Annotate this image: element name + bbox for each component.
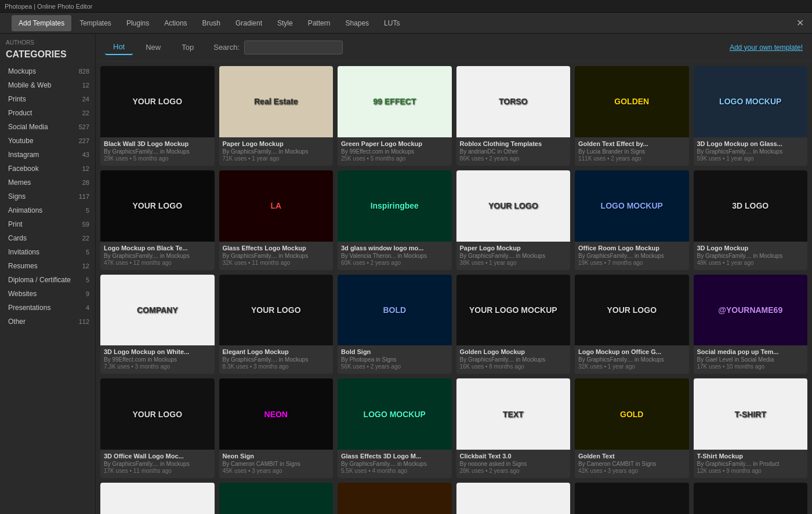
template-stats: 59K uses • 1 year ago <box>697 155 804 162</box>
sidebar-item-mobile---web[interactable]: Mobile & Web12 <box>0 78 95 92</box>
template-card[interactable]: @YOURNAME69 Social media pop up Tem... B… <box>694 275 808 374</box>
sidebar-item-label: Animations <box>8 206 42 214</box>
template-author: By Cameron CAMBIT in Signs <box>223 461 330 467</box>
template-card[interactable]: 3D LOGO 3D Logo Mockup By GraphicsFamily… <box>694 170 808 270</box>
template-card[interactable]: TEXT Clickbait Text 3.0 By nooone asked … <box>456 378 571 478</box>
sidebar-item-label: Signs <box>8 192 26 201</box>
template-card[interactable]: LA Glass Effects Logo Mockup By Graphics… <box>219 170 334 270</box>
search-input[interactable] <box>244 41 343 54</box>
sidebar-item-websites[interactable]: Websites9 <box>0 287 95 301</box>
template-card[interactable]: Real Estate Paper Logo Mockup By Graphic… <box>219 66 334 166</box>
template-stats: 5.5K uses • 4 months ago <box>341 468 448 474</box>
tab-style[interactable]: Style <box>270 15 300 31</box>
template-author: By GraphicsFamily.... in Mockups <box>341 461 448 467</box>
template-title: 3D Logo Mockup <box>697 245 804 251</box>
sidebar-item-mockups[interactable]: Mockups828 <box>0 64 95 78</box>
sidebar-item-count: 5 <box>86 249 89 256</box>
sidebar-item-resumes[interactable]: Resumes12 <box>0 259 95 273</box>
sidebar-item-count: 5 <box>86 276 89 283</box>
sidebar-item-signs[interactable]: Signs117 <box>0 189 95 203</box>
filter-top[interactable]: Top <box>173 40 202 54</box>
sidebar-item-animations[interactable]: Animations5 <box>0 203 95 217</box>
sidebar-item-instagram[interactable]: Instagram43 <box>0 148 95 162</box>
template-card[interactable]: LOGO MOCKUP Glass Effects 3D Logo M... B… <box>338 378 452 478</box>
template-author: By GraphicsFamily.... in Mockups <box>460 253 567 259</box>
tab-luts[interactable]: LUTs <box>377 15 407 31</box>
tab-actions[interactable]: Actions <box>157 15 194 31</box>
sidebar-item-print[interactable]: Print59 <box>0 217 95 231</box>
template-card[interactable]: T-SHIRT T-Shirt Mockup By GraphicsFamily… <box>694 378 808 478</box>
sidebar-item-label: Cards <box>8 234 27 242</box>
add-own-template-link[interactable]: Add your own template! <box>730 43 803 52</box>
template-card[interactable]: GOLD Golden Text By Cameron CAMBIT in Si… <box>575 378 689 478</box>
sidebar-item-product[interactable]: Product22 <box>0 106 95 120</box>
template-card[interactable]: LOGO Logo Mockup By GraphicsFamily.... i… <box>100 483 215 514</box>
template-card[interactable]: GOLDEN Golden Text Effect by... By Lucia… <box>575 66 689 166</box>
template-card[interactable]: Inspiringbee 3d glass window logo mo... … <box>338 170 452 270</box>
template-stats: 16K uses • 8 months ago <box>460 363 567 370</box>
tab-templates[interactable]: Templates <box>72 15 118 31</box>
template-card[interactable]: Reveal Reveal Text Effect By Photopea in… <box>338 483 452 514</box>
tab-add-templates[interactable]: Add Templates <box>12 15 71 31</box>
sidebar-item-cards[interactable]: Cards22 <box>0 231 95 245</box>
template-card[interactable]: YOUR LOGO Elegant Logo Mockup By Graphic… <box>219 275 334 374</box>
template-card[interactable]: LOGO HERE Building Logo Mockup By Graphi… <box>456 483 571 514</box>
template-card[interactable]: BOLD Bold Sign By Photopea in Signs 56K … <box>338 275 452 374</box>
sidebar-item-other[interactable]: Other112 <box>0 315 95 329</box>
template-author: By GraphicsFamily.... in Mockups <box>460 356 567 363</box>
template-card[interactable]: LOGO MOCKUP Office Room Logo Mockup By G… <box>575 170 689 270</box>
sidebar-item-invitations[interactable]: Invitations5 <box>0 245 95 259</box>
template-card[interactable]: LOGO MOCKUP 3D Logo Mockup on Glass... B… <box>694 66 808 166</box>
sidebar-item-social-media[interactable]: Social Media527 <box>0 120 95 134</box>
sidebar-item-prints[interactable]: Prints24 <box>0 92 95 106</box>
template-stats: 12K uses • 9 months ago <box>697 468 804 474</box>
template-card[interactable]: EY EY Logo Mockup By GraphicsFamily.... … <box>694 483 808 514</box>
sidebar-item-presentations[interactable]: Presentations4 <box>0 301 95 315</box>
close-button[interactable]: ✕ <box>793 17 807 28</box>
template-card[interactable]: YOUR LOGO MOCKUP Golden Logo Mockup By G… <box>456 275 571 374</box>
sidebar-item-memes[interactable]: Memes28 <box>0 176 95 189</box>
template-card[interactable]: YOUR LOGO Your Logo Mockup By GraphicsFa… <box>575 483 689 514</box>
template-card[interactable]: YOUR LOGO Black Wall 3D Logo Mockup By G… <box>100 66 215 166</box>
tab-plugins[interactable]: Plugins <box>119 15 156 31</box>
template-card[interactable]: YOUR LOGO Paper Logo Mockup By GraphicsF… <box>456 170 571 270</box>
template-info: 3D Logo Mockup on Glass... By GraphicsFa… <box>694 137 808 166</box>
sidebar-item-count: 227 <box>79 137 89 144</box>
template-card[interactable]: YOUR LOGO Logo Mockup on Office G... By … <box>575 275 689 374</box>
tab-brush[interactable]: Brush <box>195 15 227 31</box>
template-card[interactable]: YOUR LOGO 3D Office Wall Logo Moc... By … <box>100 378 215 478</box>
template-stats: 45K uses • 3 years ago <box>223 468 330 474</box>
template-author: By GraphicsFamily.... in Mockups <box>697 253 804 259</box>
sidebar-item-facebook[interactable]: Facebook12 <box>0 162 95 176</box>
template-title: Office Room Logo Mockup <box>578 245 686 251</box>
template-card[interactable]: YOUR LOGO Logo Mockup on Black Te... By … <box>100 170 215 270</box>
template-title: 3D Logo Mockup on Glass... <box>697 140 804 147</box>
sidebar-item-youtube[interactable]: Youtube227 <box>0 134 95 148</box>
sidebar-item-count: 112 <box>79 318 89 325</box>
template-title: Logo Mockup on Black Te... <box>104 245 211 251</box>
template-stats: 38K uses • 1 year ago <box>460 260 567 266</box>
template-card[interactable]: LOGO Logo Mockup 3D By GraphicsFamily...… <box>219 483 334 514</box>
template-card[interactable]: COMPANY 3D Logo Mockup on White... By 99… <box>100 275 215 374</box>
template-info: Elegant Logo Mockup By GraphicsFamily...… <box>219 345 334 374</box>
sidebar-item-count: 12 <box>82 165 89 172</box>
template-grid: YOUR LOGO Black Wall 3D Logo Mockup By G… <box>96 61 812 514</box>
tab-gradient[interactable]: Gradient <box>229 15 269 31</box>
filter-hot[interactable]: Hot <box>105 39 133 55</box>
tab-pattern[interactable]: Pattern <box>301 15 338 31</box>
template-card[interactable]: TORSO Roblox Clothing Templates By andri… <box>456 66 571 166</box>
template-stats: 17K uses • 10 months ago <box>697 363 804 370</box>
template-stats: 29K uses • 5 months ago <box>104 155 211 162</box>
template-info: Green Paper Logo Mockup By 99Effect.com … <box>338 137 452 166</box>
template-card[interactable]: 99 EFFECT Green Paper Logo Mockup By 99E… <box>338 66 452 166</box>
template-info: 3d glass window logo mo... By Valencia T… <box>338 242 452 270</box>
template-author: By GraphicsFamily.... in Mockups <box>223 148 330 155</box>
sidebar-item-diploma---certificate[interactable]: Diploma / Certificate5 <box>0 273 95 287</box>
template-thumbnail: LOGO MOCKUP <box>575 170 689 242</box>
filter-new[interactable]: New <box>137 40 169 54</box>
template-stats: 17K uses • 11 months ago <box>104 468 211 474</box>
template-thumbnail: LA <box>219 170 334 242</box>
template-stats: 71K uses • 1 year ago <box>223 155 330 162</box>
template-card[interactable]: NEON Neon Sign By Cameron CAMBIT in Sign… <box>219 378 334 478</box>
tab-shapes[interactable]: Shapes <box>338 15 376 31</box>
